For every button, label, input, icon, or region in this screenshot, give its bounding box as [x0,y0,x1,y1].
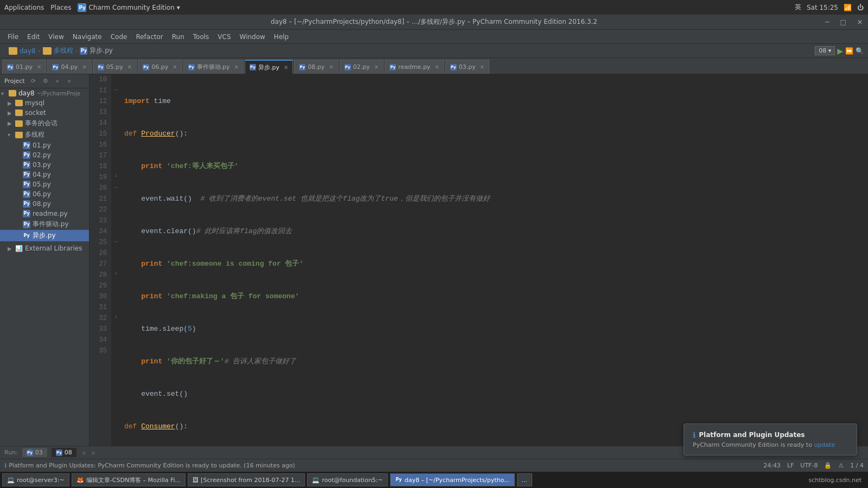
tree-root[interactable]: ▾ day8 ~/PycharmProje [0,88,89,98]
tab-async[interactable]: Py 异步.py ✕ [245,60,293,74]
menu-help[interactable]: Help [271,32,292,42]
sync-button[interactable]: ⟳ [28,76,39,87]
minimize-button[interactable]: ─ [820,18,834,26]
tab-01py[interactable]: Py 01.py ✕ [2,60,46,74]
tree-transactions[interactable]: ▶ 事务的会话 [0,118,89,129]
tree-05py[interactable]: Py 05.py [0,179,89,189]
tab-readme[interactable]: Py readme.py ✕ [385,60,444,74]
taskbar-screenshot[interactable]: 🖼 [Screenshot from 2018-07-27 1... [188,473,305,486]
taskbar[interactable]: 💻 root@server3:~ 🦊 编辑文章-CSDN博客 – Mozilla… [0,472,868,488]
tab-08py[interactable]: Py 08.py ✕ [294,60,338,74]
expand-button[interactable]: » [64,76,75,87]
tab-close-06py[interactable]: ✕ [173,64,177,70]
tab-close-08py[interactable]: ✕ [329,64,333,70]
tab-close-01py[interactable]: ✕ [37,64,41,70]
tree-03py[interactable]: Py 03.py [0,160,89,170]
tree-08py[interactable]: Py 08.py [0,199,89,209]
bc-multithread[interactable]: 多线程 [54,46,73,55]
notification-popup[interactable]: ℹ Platform and Plugin Updates PyCharm Co… [684,423,857,455]
menu-bar[interactable]: File Edit View Navigate Code Refactor Ru… [0,30,868,44]
menu-view[interactable]: View [45,32,67,42]
editor-toolbar[interactable]: 08 ▾ ▶ ⏩ 🔍 [815,46,864,55]
run-expand-right[interactable]: » [91,448,95,457]
system-menu[interactable]: Applications Places Py Charm Community E… [4,3,180,12]
taskbar-terminal1[interactable]: 💻 root@server3:~ [2,473,69,486]
terminal1-icon: 💻 [7,477,15,484]
taskbar-more[interactable]: ... [517,473,533,486]
tab-close-05py[interactable]: ✕ [127,64,132,70]
editor[interactable]: 10 11 12 13 14 15 16 17 18 19 20 21 22 2… [90,74,868,446]
places-menu[interactable]: Places [50,4,71,11]
tab-02py[interactable]: Py 02.py ✕ [340,60,384,74]
tab-close-02py[interactable]: ✕ [374,64,379,70]
gf-20[interactable]: ─ [111,183,120,194]
tab-05py[interactable]: Py 05.py ✕ [93,60,137,74]
run-button[interactable]: ▶ [837,47,843,55]
tab-close-04py[interactable]: ✕ [82,64,86,70]
gf-11[interactable]: ─ [111,85,120,96]
tree-readme[interactable]: Py readme.py [0,209,89,219]
menu-run[interactable]: Run [169,32,188,42]
notif-link[interactable]: update [814,441,835,448]
taskbar-terminal2[interactable]: 💻 root@foundation5:~ [307,473,387,486]
tree-async-selected[interactable]: Py 异步.py [0,230,89,241]
bc-day8[interactable]: day8 [20,47,36,55]
tree-socket[interactable]: ▶ socket [0,108,89,118]
code-content[interactable]: import time def Producer(): print 'chef:… [120,74,868,446]
collapse-button[interactable]: « [52,76,63,87]
tab-close-03py[interactable]: ✕ [480,64,484,70]
menu-refactor[interactable]: Refactor [132,32,166,42]
gf-28[interactable]: └ [111,269,120,280]
run-tab-08[interactable]: Py 08 [52,448,76,457]
settings-button[interactable]: ⚙ [40,76,51,87]
taskbar-pycharm[interactable]: Py day8 – [~/PycharmProjects/pytho... [390,473,515,486]
search-button[interactable]: 🔍 [856,47,864,55]
menu-vcs[interactable]: VCS [214,32,234,42]
tree-01py[interactable]: Py 01.py [0,140,89,150]
menu-navigate[interactable]: Navigate [69,32,105,42]
tree-02py[interactable]: Py 02.py [0,150,89,160]
menu-tools[interactable]: Tools [190,32,213,42]
gf-19[interactable]: └ [111,172,120,183]
close-button[interactable]: ✕ [852,18,868,26]
tab-04py[interactable]: Py 04.py ✕ [47,60,91,74]
config-selector[interactable]: 08 ▾ [815,46,835,55]
gf-17 [111,150,120,161]
tab-event-driven[interactable]: Py 事件驱动.py ✕ [183,60,244,74]
run-tab-03[interactable]: Py 03 [22,448,47,457]
applications-menu[interactable]: Applications [4,4,44,11]
tree-04py[interactable]: Py 04.py [0,170,89,179]
tab-close-event[interactable]: ✕ [234,64,239,70]
ext-arrow: ▶ [8,246,13,252]
tabs-bar[interactable]: Py 01.py ✕ Py 04.py ✕ Py 05.py ✕ Py 06.p… [0,58,868,74]
fold-gutter[interactable]: ─ └ ─ ─ └ └ [111,74,120,446]
tab-close-readme[interactable]: ✕ [435,64,439,70]
run-expand-left[interactable]: « [82,448,87,457]
debug-button[interactable]: ⏩ [845,47,853,55]
taskbar-blog-link[interactable]: schtblog.csdn.net [808,477,861,484]
ext-bar-icon: 📊 [15,245,23,252]
maximize-button[interactable]: □ [835,18,852,26]
menu-edit[interactable]: Edit [24,32,43,42]
tab-06py[interactable]: Py 06.py ✕ [138,60,182,74]
tree-ext-libs[interactable]: ▶ 📊 External Libraries [0,243,89,253]
ln-26: 26 [94,248,107,259]
menu-window[interactable]: Window [237,32,269,42]
sidebar-toolbar[interactable]: Project ⟳ ⚙ « » [0,74,89,88]
ln-25: 25 [94,237,107,248]
tree-06py[interactable]: Py 06.py [0,189,89,199]
tree-mysql[interactable]: ▶ mysql [0,98,89,108]
bc-filename: 异步.py [90,46,113,55]
menu-file[interactable]: File [4,32,22,42]
app-launcher[interactable]: Py Charm Community Edition ▾ [78,3,180,12]
tree-event-driven[interactable]: Py 事件驱动.py [0,219,89,230]
tab-close-async[interactable]: ✕ [284,65,288,70]
taskbar-browser[interactable]: 🦊 编辑文章-CSDN博客 – Mozilla Fi... [72,473,186,486]
fasync-icon: Py [23,232,30,240]
tab-03py[interactable]: Py 03.py ✕ [445,60,489,74]
gf-32[interactable]: └ [111,313,120,324]
f04-icon: Py [23,171,30,178]
tree-multithread[interactable]: ▾ 多线程 [0,129,89,140]
gf-25[interactable]: ─ [111,237,120,248]
menu-code[interactable]: Code [107,32,131,42]
